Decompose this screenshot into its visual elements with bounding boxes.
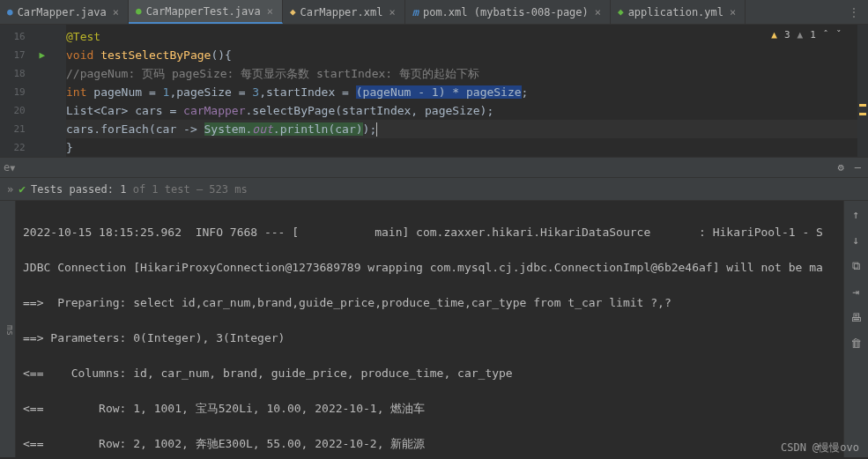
- scroll-to-end-icon[interactable]: ⇥: [853, 285, 860, 299]
- java-test-icon: ●: [136, 5, 142, 17]
- print-icon[interactable]: 🖶: [850, 311, 862, 324]
- run-tool-header: e ▼ ⚙ —: [0, 157, 868, 178]
- close-icon[interactable]: ×: [265, 5, 275, 18]
- editor-tabs-bar: ● CarMapper.java × ● CarMapperTest.java …: [0, 0, 868, 25]
- tab-carmapper-java[interactable]: ● CarMapper.java ×: [0, 0, 129, 24]
- console-output[interactable]: 2022-10-15 18:15:25.962 INFO 7668 --- [ …: [16, 201, 843, 457]
- line-number: 16: [0, 31, 26, 42]
- warning-icon: ▲: [771, 29, 777, 41]
- scrollbar-markers[interactable]: [857, 25, 868, 157]
- code-content[interactable]: ▲3 ▲1 ˆ ˇ @Test void testSelectByPage(){…: [66, 25, 868, 157]
- console-panel: ms 2022-10-15 18:15:25.962 INFO 7668 ---…: [0, 201, 868, 457]
- scroll-down-icon[interactable]: ↓: [853, 233, 860, 247]
- test-status-text: Tests passed: 1 of 1 test – 523 ms: [31, 183, 248, 196]
- test-status-bar: » ✔ Tests passed: 1 of 1 test – 523 ms: [0, 178, 868, 201]
- tab-carmappertest-java[interactable]: ● CarMapperTest.java ×: [129, 0, 283, 24]
- weak-warning-count: 1: [810, 29, 816, 41]
- close-icon[interactable]: ×: [111, 6, 121, 19]
- tab-label: CarMapper.xml: [300, 6, 383, 19]
- yml-icon: ◆: [618, 6, 624, 18]
- delete-icon[interactable]: 🗑: [850, 337, 862, 350]
- scroll-up-icon[interactable]: ↑: [853, 208, 860, 221]
- tab-pom-xml[interactable]: m pom.xml (mybatis-008-page) ×: [405, 0, 611, 24]
- console-left-toolbar[interactable]: ms: [0, 201, 16, 457]
- more-arrow-icon[interactable]: »: [7, 183, 13, 196]
- tab-label: CarMapperTest.java: [146, 5, 261, 18]
- code-editor[interactable]: 16 17▶ 18 19 20 21 22 ▲3 ▲1 ˆ ˇ @Test vo…: [0, 25, 868, 157]
- line-number: 18: [0, 68, 26, 79]
- chevron-down-icon[interactable]: ˇ: [835, 29, 842, 41]
- tab-label: pom.xml (mybatis-008-page): [423, 6, 589, 19]
- minimize-icon[interactable]: —: [855, 161, 861, 174]
- editor-gutter: 16 17▶ 18 19 20 21 22: [0, 25, 66, 157]
- line-number: 20: [0, 105, 26, 116]
- warning-count: 3: [784, 29, 790, 41]
- run-test-icon[interactable]: ▶: [26, 49, 59, 61]
- line-number: 17: [0, 49, 26, 61]
- tabs-more-icon[interactable]: ⋮: [840, 6, 868, 19]
- java-icon: ●: [7, 6, 13, 18]
- caret: [376, 122, 377, 137]
- tab-carmapper-xml[interactable]: ◆ CarMapper.xml ×: [283, 0, 405, 24]
- line-number: 22: [0, 142, 26, 153]
- chevron-up-icon[interactable]: ˆ: [823, 29, 829, 41]
- line-number: 21: [0, 123, 26, 135]
- inspection-widget[interactable]: ▲3 ▲1 ˆ ˇ: [771, 29, 842, 41]
- check-icon: ✔: [19, 182, 26, 196]
- tab-label: CarMapper.java: [18, 6, 107, 19]
- line-number: 19: [0, 86, 26, 98]
- close-icon[interactable]: ×: [387, 6, 397, 19]
- watermark: CSDN @慢慢ovo: [781, 440, 859, 455]
- tab-label: application.yml: [628, 6, 723, 19]
- soft-wrap-icon[interactable]: ⧉: [852, 259, 860, 273]
- settings-icon[interactable]: ⚙: [838, 161, 844, 174]
- tool-header-label: e: [0, 161, 10, 174]
- tab-application-yml[interactable]: ◆ application.yml ×: [611, 0, 746, 24]
- weak-warning-icon: ▲: [798, 29, 804, 41]
- maven-icon: m: [412, 6, 419, 19]
- console-right-toolbar: ↑ ↓ ⧉ ⇥ 🖶 🗑: [843, 201, 868, 457]
- xml-icon: ◆: [290, 6, 296, 18]
- close-icon[interactable]: ×: [593, 6, 603, 19]
- close-icon[interactable]: ×: [728, 6, 738, 19]
